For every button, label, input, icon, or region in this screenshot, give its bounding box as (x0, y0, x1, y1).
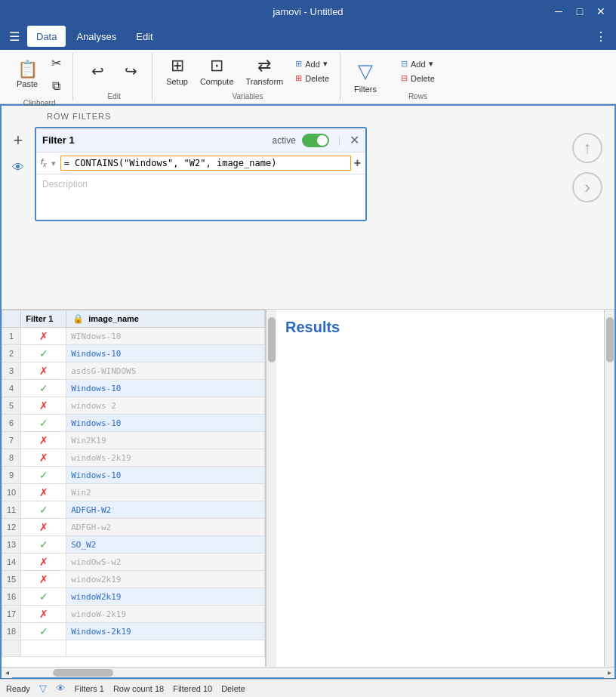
copy-button[interactable]: ⧉ (45, 76, 66, 96)
vertical-scrollbar-thumb[interactable] (268, 317, 276, 362)
filter-title: Filter 1 (42, 134, 266, 146)
row-number: 3 (2, 362, 21, 380)
filter-visibility-button[interactable]: 👁 (8, 157, 29, 178)
check-mark-green: ✓ (39, 417, 48, 429)
formula-func-button[interactable]: ▾ (50, 159, 57, 168)
data-table-container[interactable]: Filter 1 🔒 image_name 1✗WINdows-102✓Wind… (2, 310, 266, 667)
filters-button[interactable]: ▽ Filters (350, 57, 381, 97)
cut-button[interactable]: ✂ (45, 53, 66, 73)
filters-left-controls: + 👁 (8, 127, 29, 178)
image-name-cell[interactable]: windoW-2k19 (66, 606, 265, 623)
paste-button[interactable]: 📋 Paste (12, 58, 42, 91)
image-name-cell[interactable]: windOwS-w2 (66, 554, 265, 571)
compute-button[interactable]: ⊡ Compute (196, 53, 239, 89)
more-menu-button[interactable]: ⋮ (589, 26, 613, 47)
image-name-cell[interactable]: SO_W2 (66, 536, 265, 554)
image-name-cell[interactable]: window2k19 (66, 571, 265, 588)
table-row: 6✓Windows-10 (2, 415, 265, 432)
image-name-cell[interactable]: ADFGH-W2 (66, 501, 265, 519)
image-name-cell[interactable]: ADFGH-w2 (66, 519, 265, 536)
results-vertical-scrollbar[interactable] (604, 310, 614, 667)
formula-add-button[interactable]: + (354, 156, 361, 170)
table-row: 5✗windows 2 (2, 397, 265, 415)
menu-tab-edit[interactable]: Edit (127, 26, 162, 47)
table-row: 17✗windoW-2k19 (2, 606, 265, 623)
filter-cell: ✓ (21, 467, 66, 484)
image-name-header[interactable]: 🔒 image_name (66, 310, 265, 328)
filter-cell: ✓ (21, 536, 66, 554)
row-number: 8 (2, 449, 21, 467)
menu-tab-data[interactable]: Data (27, 26, 66, 47)
image-name-cell[interactable]: Windows-2k19 (66, 623, 265, 640)
data-area: Filter 1 🔒 image_name 1✗WINdows-102✓Wind… (2, 310, 614, 667)
image-name-cell[interactable]: Windows-10 (66, 467, 265, 484)
scroll-track (23, 669, 593, 677)
setup-button[interactable]: ⊞ Setup (162, 53, 192, 89)
image-name-cell[interactable]: asdsG-WINDOWS (66, 362, 265, 380)
table-row: 9✓Windows-10 (2, 467, 265, 484)
scroll-thumb[interactable] (53, 669, 113, 677)
image-name-cell[interactable]: Windows-10 (66, 415, 265, 432)
image-name-cell[interactable]: Win2 (66, 484, 265, 501)
compute-icon: ⊡ (210, 56, 223, 76)
title-bar: jamovi - Untitled ─ □ ✕ (0, 0, 616, 23)
eye-status-icon: 👁 (56, 683, 66, 694)
filters-right-nav: ↑ › (572, 127, 608, 202)
status-row-count: Row count 18 (113, 684, 164, 693)
filter-cell: ✓ (21, 588, 66, 606)
row-number: 4 (2, 380, 21, 397)
check-mark-green: ✓ (39, 625, 48, 637)
status-ready: Ready (6, 684, 30, 693)
row-number: 15 (2, 571, 21, 588)
scroll-right-arrow[interactable]: ▸ (604, 668, 614, 678)
image-name-cell[interactable]: Windows-10 (66, 380, 265, 397)
menu-bar: ☰ Data Analyses Edit ⋮ (0, 23, 616, 50)
delete-row-button[interactable]: ⊟ Delete (396, 72, 439, 85)
hamburger-menu-button[interactable]: ☰ (3, 26, 26, 47)
image-name-cell[interactable]: WINdows-10 (66, 328, 265, 345)
filter-description[interactable]: Description (36, 174, 365, 220)
image-name-cell[interactable]: windoW2k19 (66, 588, 265, 606)
ribbon-group-filters: ▽ Filters (343, 53, 387, 100)
filter-cell: ✓ (21, 345, 66, 362)
row-number: 10 (2, 484, 21, 501)
menu-tab-analyses[interactable]: Analyses (67, 26, 125, 47)
image-name-cell[interactable]: Windows-10 (66, 345, 265, 362)
filter-status-icon: ▽ (39, 683, 47, 694)
vertical-scrollbar[interactable] (266, 310, 276, 667)
maximize-button[interactable]: □ (571, 2, 589, 20)
formula-label: fx (41, 157, 47, 168)
transform-icon: ⇄ (257, 56, 271, 76)
redo-button[interactable]: ↪ (116, 59, 146, 83)
empty-row (2, 640, 265, 657)
description-placeholder: Description (42, 179, 88, 190)
setup-icon: ⊞ (171, 56, 184, 76)
scroll-left-arrow[interactable]: ◂ (2, 668, 12, 678)
results-scrollbar-thumb[interactable] (606, 317, 614, 362)
image-name-cell[interactable]: Win2K19 (66, 432, 265, 449)
add-row-button[interactable]: ⊟ Add ▾ (396, 57, 439, 70)
filter1-header[interactable]: Filter 1 (21, 310, 66, 328)
close-button[interactable]: ✕ (592, 2, 610, 20)
delete-variable-button[interactable]: ⊞ Delete (291, 72, 334, 85)
minimize-button[interactable]: ─ (550, 2, 568, 20)
nav-right-button[interactable]: › (572, 172, 602, 202)
check-mark-green: ✓ (39, 504, 48, 516)
image-name-cell[interactable]: windoWs-2k19 (66, 449, 265, 467)
nav-up-button[interactable]: ↑ (572, 133, 602, 163)
formula-input[interactable] (60, 156, 351, 171)
table-row: 18✓Windows-2k19 (2, 623, 265, 640)
undo-button[interactable]: ↩ (82, 59, 112, 83)
image-name-cell[interactable]: windows 2 (66, 397, 265, 415)
filter-active-toggle[interactable] (302, 134, 329, 147)
row-number: 2 (2, 345, 21, 362)
transform-button[interactable]: ⇄ Transform (242, 53, 288, 89)
filter-close-button[interactable]: ✕ (350, 133, 359, 147)
row-number: 13 (2, 536, 21, 554)
add-variable-button[interactable]: ⊞ Add ▾ (291, 57, 334, 70)
add-filter-button[interactable]: + (8, 130, 29, 151)
horizontal-scrollbar[interactable]: ◂ ▸ (2, 667, 614, 677)
ribbon: 📋 Paste ✂ ⧉ Clipboard ↩ ↪ Edit ⊞ Setup ⊡ (0, 50, 616, 104)
table-row: 12✗ADFGH-w2 (2, 519, 265, 536)
check-mark-red: ✗ (39, 608, 48, 620)
